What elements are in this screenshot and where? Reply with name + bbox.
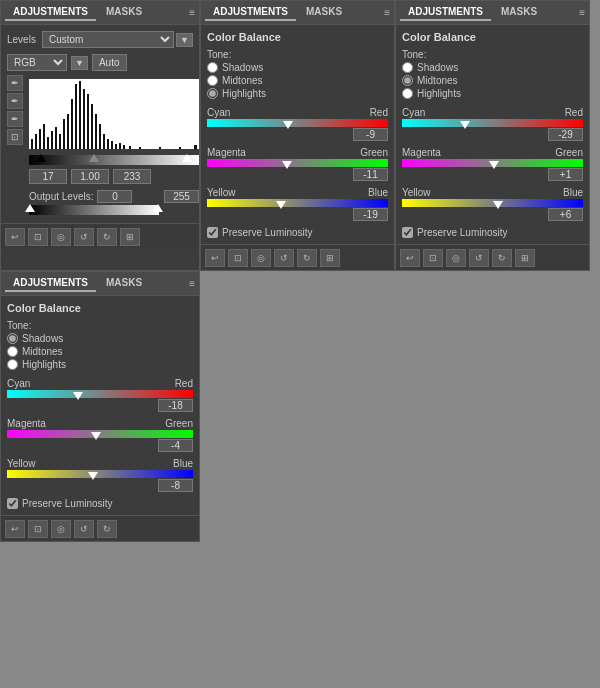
cb3-cyan-red-input[interactable] bbox=[158, 399, 193, 412]
cb2-magenta-green-track[interactable] bbox=[402, 159, 583, 167]
tab-masks-cb1[interactable]: MASKS bbox=[298, 4, 350, 21]
cb1-cyan-red-track[interactable] bbox=[207, 119, 388, 127]
cb1-magenta-green-input[interactable] bbox=[353, 168, 388, 181]
cb3-yellow-blue-input[interactable] bbox=[158, 479, 193, 492]
cb2-yellow-blue-track[interactable] bbox=[402, 199, 583, 207]
cb1-yellow-blue-thumb[interactable] bbox=[276, 201, 286, 209]
cb1-magenta-green-track[interactable] bbox=[207, 159, 388, 167]
cb2-cyan-red-input[interactable] bbox=[548, 128, 583, 141]
cb1-tb-4[interactable]: ↺ bbox=[274, 249, 294, 267]
cb2-magenta-green-input[interactable] bbox=[548, 168, 583, 181]
svg-rect-0 bbox=[29, 79, 199, 149]
cb1-tb-5[interactable]: ↻ bbox=[297, 249, 317, 267]
toolbar-btn-4[interactable]: ↺ bbox=[74, 228, 94, 246]
levels-menu-icon[interactable]: ≡ bbox=[189, 7, 195, 18]
cb1-tb-2[interactable]: ⊡ bbox=[228, 249, 248, 267]
tab-masks-cb3[interactable]: MASKS bbox=[98, 275, 150, 292]
channel-arrow[interactable]: ▼ bbox=[71, 56, 88, 70]
tab-adjustments-cb3[interactable]: ADJUSTMENTS bbox=[5, 275, 96, 292]
cb3-tb-5[interactable]: ↻ bbox=[97, 520, 117, 538]
black-point-thumb[interactable] bbox=[36, 154, 46, 162]
cb2-tb-2[interactable]: ⊡ bbox=[423, 249, 443, 267]
cb1-cyan-red-input[interactable] bbox=[353, 128, 388, 141]
dropdown-arrow[interactable]: ▼ bbox=[176, 33, 193, 47]
cb2-highlights-radio[interactable] bbox=[402, 88, 413, 99]
cb1-tb-6[interactable]: ⊞ bbox=[320, 249, 340, 267]
toolbar-btn-6[interactable]: ⊞ bbox=[120, 228, 140, 246]
cb1-midtones-radio[interactable] bbox=[207, 75, 218, 86]
levels-preset-dropdown[interactable]: Custom bbox=[42, 31, 174, 48]
white-input[interactable] bbox=[113, 169, 151, 184]
cb2-cyan-red-thumb[interactable] bbox=[460, 121, 470, 129]
cb3-cyan-red-track[interactable] bbox=[7, 390, 193, 398]
toolbar-btn-5[interactable]: ↻ bbox=[97, 228, 117, 246]
channel-dropdown[interactable]: RGB bbox=[7, 54, 67, 71]
cb3-magenta-green-track[interactable] bbox=[7, 430, 193, 438]
cb3-tb-4[interactable]: ↺ bbox=[74, 520, 94, 538]
cb1-yellow-blue-input[interactable] bbox=[353, 208, 388, 221]
cb2-preserve-checkbox[interactable] bbox=[402, 227, 413, 238]
output-black-input[interactable] bbox=[97, 190, 132, 203]
cb3-tb-2[interactable]: ⊡ bbox=[28, 520, 48, 538]
cb2-midtones-radio[interactable] bbox=[402, 75, 413, 86]
cb1-tb-1[interactable]: ↩ bbox=[205, 249, 225, 267]
cb2-shadows-radio[interactable] bbox=[402, 62, 413, 73]
cb1-menu-icon[interactable]: ≡ bbox=[384, 7, 390, 18]
cb3-cyan-red-value-row bbox=[7, 399, 193, 412]
gamma-input[interactable] bbox=[71, 169, 109, 184]
white-point-thumb[interactable] bbox=[182, 154, 192, 162]
cb3-magenta-green-thumb[interactable] bbox=[91, 432, 101, 440]
cb2-yellow-blue-input[interactable] bbox=[548, 208, 583, 221]
black-input[interactable] bbox=[29, 169, 67, 184]
cb1-highlights-radio[interactable] bbox=[207, 88, 218, 99]
cb2-tb-6[interactable]: ⊞ bbox=[515, 249, 535, 267]
cb2-tb-1[interactable]: ↩ bbox=[400, 249, 420, 267]
gray-point-tool[interactable]: ✒ bbox=[7, 93, 23, 109]
cb3-yellow-blue-thumb[interactable] bbox=[88, 472, 98, 480]
output-white-input[interactable] bbox=[164, 190, 199, 203]
cb3-tb-1[interactable]: ↩ bbox=[5, 520, 25, 538]
toolbar-btn-3[interactable]: ◎ bbox=[51, 228, 71, 246]
cb3-midtones-radio[interactable] bbox=[7, 346, 18, 357]
cb1-tb-3[interactable]: ◎ bbox=[251, 249, 271, 267]
auto-button[interactable]: Auto bbox=[92, 54, 127, 71]
tab-masks-cb2[interactable]: MASKS bbox=[493, 4, 545, 21]
cb3-yellow-blue-track[interactable] bbox=[7, 470, 193, 478]
cb1-yellow-blue-track[interactable] bbox=[207, 199, 388, 207]
svg-rect-18 bbox=[99, 124, 101, 149]
tab-adjustments-1[interactable]: ADJUSTMENTS bbox=[5, 4, 96, 21]
cb3-cyan-red-thumb[interactable] bbox=[73, 392, 83, 400]
output-slider[interactable] bbox=[29, 205, 159, 215]
cb3-preserve-checkbox[interactable] bbox=[7, 498, 18, 509]
tab-adjustments-cb2[interactable]: ADJUSTMENTS bbox=[400, 4, 491, 21]
cb2-menu-icon[interactable]: ≡ bbox=[579, 7, 585, 18]
tab-masks-1[interactable]: MASKS bbox=[98, 4, 150, 21]
cb2-tb-4[interactable]: ↺ bbox=[469, 249, 489, 267]
cb2-yellow-blue-thumb[interactable] bbox=[493, 201, 503, 209]
cb3-highlights-radio[interactable] bbox=[7, 359, 18, 370]
target-tool[interactable]: ⊡ bbox=[7, 129, 23, 145]
tab-adjustments-cb1[interactable]: ADJUSTMENTS bbox=[205, 4, 296, 21]
cb2-tb-5[interactable]: ↻ bbox=[492, 249, 512, 267]
cb3-tb-3[interactable]: ◎ bbox=[51, 520, 71, 538]
toolbar-btn-2[interactable]: ⊡ bbox=[28, 228, 48, 246]
output-white-thumb[interactable] bbox=[153, 204, 163, 212]
cb3-shadows-radio[interactable] bbox=[7, 333, 18, 344]
cb3-menu-icon[interactable]: ≡ bbox=[189, 278, 195, 289]
toolbar-btn-1[interactable]: ↩ bbox=[5, 228, 25, 246]
black-point-tool[interactable]: ✒ bbox=[7, 75, 23, 91]
cb1-magenta-green-thumb[interactable] bbox=[282, 161, 292, 169]
cb1-cyan-red-thumb[interactable] bbox=[283, 121, 293, 129]
midpoint-thumb[interactable] bbox=[89, 154, 99, 162]
cb1-shadows-radio[interactable] bbox=[207, 62, 218, 73]
cb2-magenta-green-thumb[interactable] bbox=[489, 161, 499, 169]
white-point-tool[interactable]: ✒ bbox=[7, 111, 23, 127]
output-black-thumb[interactable] bbox=[25, 204, 35, 212]
cb1-preserve-checkbox[interactable] bbox=[207, 227, 218, 238]
cb3-magenta-green-input[interactable] bbox=[158, 439, 193, 452]
levels-panel: ADJUSTMENTS MASKS ≡ Levels Custom ▼ RGB bbox=[0, 0, 200, 271]
cb2-cyan-red-track[interactable] bbox=[402, 119, 583, 127]
cb2-preserve-row: Preserve Luminosity bbox=[402, 227, 583, 238]
input-levels-slider[interactable] bbox=[29, 155, 199, 165]
cb2-tb-3[interactable]: ◎ bbox=[446, 249, 466, 267]
